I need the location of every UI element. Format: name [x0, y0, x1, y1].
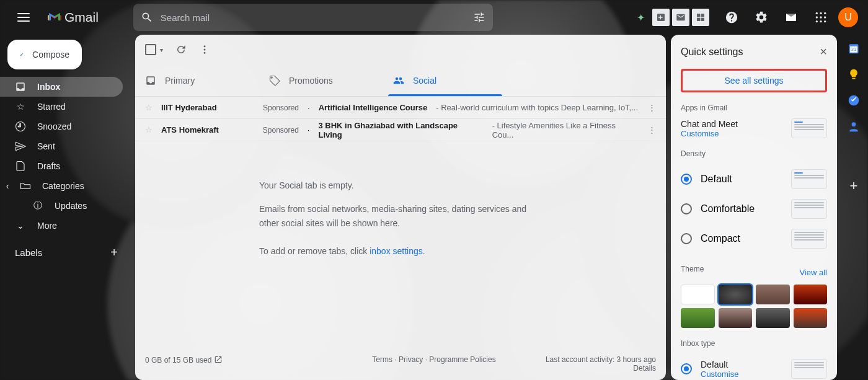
density-section-title: Density	[681, 149, 827, 158]
subject: Artificial Intelligence Course	[319, 103, 428, 112]
density-preview-icon	[791, 169, 827, 189]
inbox-type-default[interactable]: DefaultCustomise	[681, 354, 827, 380]
empty-action: To add or remove tabs, click inbox setti…	[259, 244, 542, 258]
more-button[interactable]	[199, 44, 210, 55]
inbox-type-title: Inbox type	[681, 339, 827, 348]
theme-thumb[interactable]	[719, 308, 753, 328]
terms-link[interactable]: Terms	[372, 355, 392, 364]
email-row[interactable]: ☆IIIT HyderabadSponsored · Artificial In…	[135, 97, 666, 119]
nav-inbox[interactable]: Inbox	[0, 77, 123, 97]
theme-thumb[interactable]	[756, 285, 790, 304]
density-comfortable[interactable]: Comfortable	[681, 194, 827, 224]
sponsored-badge: Sponsored	[263, 126, 299, 135]
subject: 3 BHK in Ghaziabad with Landscape Living	[318, 121, 483, 139]
nav-label: Categories	[42, 181, 84, 191]
theme-section-title: Theme	[681, 265, 704, 273]
nav-categories[interactable]: ‹Categories	[0, 176, 123, 196]
labels-header: Labels+	[0, 245, 130, 260]
policies-link[interactable]: Programme Policies	[429, 355, 495, 364]
tab-social[interactable]: Social	[383, 64, 507, 96]
customise-link[interactable]: Customise	[701, 369, 738, 379]
theme-thumb[interactable]	[681, 285, 715, 304]
nav-sent[interactable]: Sent	[0, 136, 123, 156]
select-dropdown[interactable]: ▾	[160, 46, 163, 53]
hamburger-icon	[17, 13, 30, 22]
apps-button[interactable]	[808, 5, 833, 30]
empty-state: Your Social tab is empty. Emails from so…	[135, 141, 666, 295]
radio-icon	[681, 174, 692, 185]
theme-thumb[interactable]	[681, 308, 715, 328]
chat-meet-label: Chat and Meet	[681, 119, 738, 129]
nav-starred[interactable]: ☆Starred	[0, 97, 123, 117]
nav-snoozed[interactable]: Snoozed	[0, 117, 123, 136]
add-label-button[interactable]: +	[110, 245, 118, 260]
side-panel: 31 +	[839, 35, 868, 380]
gmail-logo[interactable]: Gmail	[47, 9, 99, 25]
svg-point-0	[816, 12, 818, 14]
density-default[interactable]: Default	[681, 164, 827, 194]
svg-point-6	[816, 20, 818, 22]
see-all-settings-button[interactable]: See all settings	[681, 69, 827, 92]
empty-title: Your Social tab is empty.	[259, 179, 542, 192]
status-icon[interactable]: ✦	[637, 12, 645, 24]
close-button[interactable]: ×	[820, 45, 827, 59]
privacy-link[interactable]: Privacy	[399, 355, 423, 364]
star-icon[interactable]: ☆	[145, 103, 153, 112]
customise-link[interactable]: Customise	[681, 129, 738, 138]
radio-icon	[681, 233, 692, 244]
details-link[interactable]: Details	[633, 364, 656, 373]
quick-settings-panel: Quick settings × See all settings Apps i…	[671, 35, 837, 380]
nav-label: Inbox	[37, 82, 60, 92]
row-more-button[interactable]: ⋮	[648, 125, 656, 135]
tab-promotions[interactable]: Promotions	[259, 64, 383, 96]
account-avatar[interactable]: U	[838, 7, 858, 27]
tasks-icon[interactable]	[848, 94, 860, 107]
density-compact[interactable]: Compact	[681, 224, 827, 254]
settings-button[interactable]	[749, 5, 774, 30]
theme-thumb[interactable]	[719, 285, 753, 304]
main-menu-button[interactable]	[10, 4, 37, 31]
keep-icon[interactable]	[848, 68, 860, 81]
people-icon	[393, 75, 404, 86]
search-input[interactable]	[161, 12, 473, 23]
email-row[interactable]: ☆ATS HomekraftSponsored · 3 BHK in Ghazi…	[135, 119, 666, 141]
row-more-button[interactable]: ⋮	[648, 103, 656, 112]
contacts-icon[interactable]	[848, 120, 860, 133]
svg-point-16	[852, 122, 856, 126]
svg-text:31: 31	[851, 46, 856, 52]
select-all-checkbox[interactable]	[145, 44, 156, 55]
inbox-settings-link[interactable]: inbox settings	[370, 246, 423, 256]
support-button[interactable]	[719, 5, 744, 30]
addon-icon-3[interactable]	[692, 9, 709, 26]
tab-primary[interactable]: Primary	[135, 64, 259, 96]
category-tabs: Primary Promotions Social	[135, 64, 666, 97]
svg-point-3	[816, 16, 818, 18]
theme-grid	[681, 285, 827, 328]
box-icon[interactable]	[779, 5, 804, 30]
addon-icon-2[interactable]	[672, 9, 689, 26]
star-icon[interactable]: ☆	[145, 125, 153, 135]
search-bar[interactable]	[133, 4, 493, 31]
theme-thumb[interactable]	[794, 308, 828, 328]
addon-icon-1[interactable]	[652, 9, 670, 26]
add-addon-button[interactable]: +	[850, 178, 858, 194]
tune-icon[interactable]	[473, 11, 485, 24]
svg-point-2	[824, 12, 826, 14]
calendar-icon[interactable]: 31	[848, 42, 860, 55]
compose-button[interactable]: Compose	[7, 40, 82, 69]
star-icon: ☆	[15, 101, 26, 112]
nav-label: Starred	[37, 102, 66, 112]
refresh-button[interactable]	[175, 44, 187, 55]
view-all-themes-link[interactable]: View all	[799, 268, 827, 277]
nav-more[interactable]: ⌄More	[0, 216, 123, 236]
sponsored-badge: Sponsored	[263, 104, 299, 112]
theme-thumb[interactable]	[756, 308, 790, 328]
open-icon[interactable]	[214, 355, 223, 364]
nav-drafts[interactable]: Drafts	[0, 156, 123, 176]
inbox-preview-icon	[791, 359, 827, 379]
theme-thumb[interactable]	[794, 285, 828, 304]
nav-label: Drafts	[37, 161, 60, 171]
preview: - Real-world curriculum with topics Deep…	[436, 103, 638, 112]
nav-updates[interactable]: ⓘUpdates	[0, 196, 123, 216]
compose-label: Compose	[32, 50, 69, 60]
